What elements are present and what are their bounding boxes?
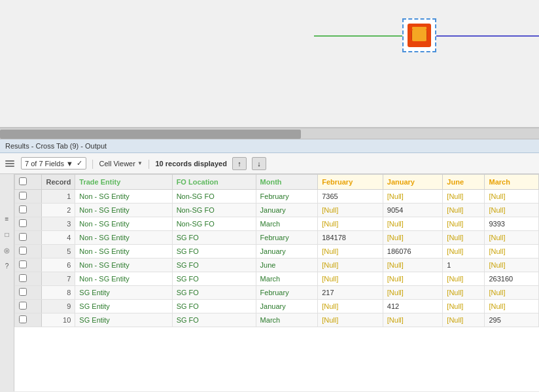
table-cell: [Null]: [443, 204, 485, 217]
table-cell: 295: [485, 313, 539, 327]
table-cell: March: [256, 217, 318, 231]
table-cell: [Null]: [383, 272, 443, 286]
select-all-checkbox[interactable]: [19, 177, 27, 185]
table-row[interactable]: 8SG EntitySG FOFebruary217[Null][Null][N…: [15, 286, 539, 300]
table-cell: February: [256, 286, 318, 300]
row-checkbox[interactable]: [19, 233, 27, 241]
table-cell: SG FO: [172, 286, 256, 300]
table-row[interactable]: 3Non - SG EntityNon-SG FOMarch[Null][Nul…: [15, 217, 539, 231]
cell-viewer-label: Cell Viewer: [99, 160, 135, 168]
table-cell: 7365: [318, 190, 383, 204]
table-cell: [Null]: [443, 313, 485, 327]
scrollbar-thumb[interactable]: [0, 130, 301, 139]
row-checkbox[interactable]: [19, 219, 27, 227]
table-cell: [Null]: [443, 272, 485, 286]
record-number: 2: [42, 204, 75, 217]
table-cell: Non - SG Entity: [75, 217, 172, 231]
record-number: 5: [42, 245, 75, 258]
record-number: 3: [42, 217, 75, 231]
table-cell: January: [256, 245, 318, 258]
table-cell: 9054: [383, 204, 443, 217]
cell-viewer-button[interactable]: Cell Viewer ▼: [99, 160, 142, 168]
col-header-trade-entity: Trade Entity: [75, 175, 172, 190]
row-checkbox[interactable]: [19, 205, 27, 213]
col-header-june: June: [443, 175, 485, 190]
col-header-january: January: [383, 175, 443, 190]
table-cell: Non - SG Entity: [75, 231, 172, 245]
svg-rect-1: [412, 27, 426, 29]
table-cell: [Null]: [318, 217, 383, 231]
table-cell: Non - SG Entity: [75, 204, 172, 217]
row-checkbox[interactable]: [19, 260, 27, 268]
table-cell: [Null]: [318, 258, 383, 272]
table-cell: June: [256, 258, 318, 272]
row-checkbox-cell[interactable]: [15, 258, 42, 272]
workflow-node[interactable]: ✓: [402, 18, 436, 52]
select-icon[interactable]: □: [2, 229, 12, 240]
table-cell: [Null]: [443, 231, 485, 245]
scroll-down-button[interactable]: ↓: [252, 157, 266, 170]
row-checkbox[interactable]: [19, 315, 27, 323]
canvas-area: ✓: [0, 0, 539, 128]
table-cell: [Null]: [485, 245, 539, 258]
table-cell: SG Entity: [75, 300, 172, 313]
table-cell: SG FO: [172, 313, 256, 327]
table-cell: SG FO: [172, 245, 256, 258]
scroll-up-button[interactable]: ↑: [232, 157, 247, 170]
row-checkbox[interactable]: [19, 192, 27, 200]
row-checkbox-cell[interactable]: [15, 286, 42, 300]
col-header-checkbox[interactable]: [15, 175, 42, 190]
table-row[interactable]: 1Non - SG EntityNon-SG FOFebruary7365[Nu…: [15, 190, 539, 204]
table-cell: SG FO: [172, 272, 256, 286]
table-row[interactable]: 10SG EntitySG FOMarch[Null][Null][Null]2…: [15, 313, 539, 327]
row-checkbox-cell[interactable]: [15, 272, 42, 286]
results-header: Results - Cross Tab (9) - Output: [0, 139, 539, 153]
row-checkbox-cell[interactable]: [15, 217, 42, 231]
col-header-month: Month: [256, 175, 318, 190]
row-checkbox[interactable]: [19, 302, 27, 310]
help-icon[interactable]: ?: [2, 260, 12, 271]
svg-rect-6: [421, 33, 426, 39]
table-row[interactable]: 4Non - SG EntitySG FOFebruary184178[Null…: [15, 231, 539, 245]
table-row[interactable]: 5Non - SG EntitySG FOJanuary[Null]186076…: [15, 245, 539, 258]
row-checkbox-cell[interactable]: [15, 300, 42, 313]
row-checkbox-cell[interactable]: [15, 231, 42, 245]
table-cell: [Null]: [485, 190, 539, 204]
table-cell: [Null]: [318, 204, 383, 217]
table-row[interactable]: 6Non - SG EntitySG FOJune[Null][Null]1[N…: [15, 258, 539, 272]
table-cell: Non-SG FO: [172, 190, 256, 204]
table-row[interactable]: 7Non - SG EntitySG FOMarch[Null][Null][N…: [15, 272, 539, 286]
node-icon: ✓: [408, 24, 431, 47]
table-cell: [Null]: [485, 286, 539, 300]
table-cell: [Null]: [443, 300, 485, 313]
row-checkbox[interactable]: [19, 274, 27, 282]
table-row[interactable]: 2Non - SG EntityNon-SG FOJanuary[Null]90…: [15, 204, 539, 217]
fields-dropdown[interactable]: 7 of 7 Fields ▼ ✓: [21, 157, 86, 169]
table-cell: 263160: [485, 272, 539, 286]
table-cell: [Null]: [383, 258, 443, 272]
row-checkbox[interactable]: [19, 288, 27, 296]
row-checkbox-cell[interactable]: [15, 245, 42, 258]
svg-rect-3: [413, 32, 418, 33]
col-header-february: February: [318, 175, 383, 190]
table-row[interactable]: 9SG EntitySG FOJanuary[Null]412[Null][Nu…: [15, 300, 539, 313]
table-cell: [Null]: [485, 231, 539, 245]
circle-icon[interactable]: ◎: [2, 245, 12, 255]
row-checkbox-cell[interactable]: [15, 204, 42, 217]
menu-icon[interactable]: [5, 160, 14, 167]
table-cell: [Null]: [485, 204, 539, 217]
col-header-march: March: [485, 175, 539, 190]
row-checkbox-cell[interactable]: [15, 313, 42, 327]
table-cell: February: [256, 190, 318, 204]
table-cell: [Null]: [443, 190, 485, 204]
data-table: Record Trade Entity FO Location Month Fe…: [14, 174, 539, 327]
horizontal-scrollbar[interactable]: [0, 128, 539, 139]
table-cell: [Null]: [383, 313, 443, 327]
results-header-text: Results - Cross Tab (9) - Output: [5, 142, 107, 150]
row-checkbox[interactable]: [19, 247, 27, 255]
table-cell: Non-SG FO: [172, 204, 256, 217]
table-body: 1Non - SG EntityNon-SG FOFebruary7365[Nu…: [15, 190, 539, 327]
list-icon[interactable]: ≡: [2, 213, 12, 224]
svg-rect-4: [413, 35, 422, 36]
row-checkbox-cell[interactable]: [15, 190, 42, 204]
